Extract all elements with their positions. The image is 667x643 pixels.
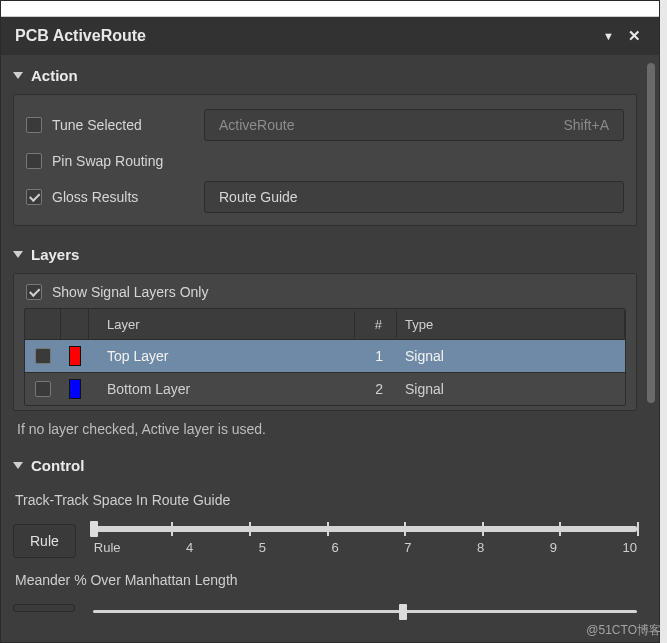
layer-color-swatch[interactable] xyxy=(69,379,81,399)
panel-body: Action Tune Selected ActiveRoute Shift+A xyxy=(1,55,647,642)
section-header-action[interactable]: Action xyxy=(13,61,637,94)
layer-num: 1 xyxy=(355,342,397,370)
panel-dropdown-icon[interactable]: ▼ xyxy=(603,30,614,42)
layers-table-header: Layer # Type xyxy=(25,309,625,339)
section-title-action: Action xyxy=(31,67,78,84)
slider-tick-label: Rule xyxy=(94,540,121,555)
checkbox-gloss-results[interactable] xyxy=(26,189,42,205)
checkbox-tune-selected[interactable] xyxy=(26,117,42,133)
section-header-control[interactable]: Control xyxy=(13,451,637,484)
slider-tick-label: 9 xyxy=(550,540,557,555)
label-pin-swap: Pin Swap Routing xyxy=(52,153,624,169)
activeroute-button[interactable]: ActiveRoute Shift+A xyxy=(204,109,624,141)
slider-tick-label: 5 xyxy=(259,540,266,555)
track-space-slider-track[interactable] xyxy=(94,526,637,532)
table-row[interactable]: Top Layer 1 Signal xyxy=(25,339,625,372)
activeroute-button-label: ActiveRoute xyxy=(219,117,294,133)
layer-num: 2 xyxy=(355,375,397,403)
checkbox-layer-row[interactable] xyxy=(35,381,51,397)
checkbox-pin-swap[interactable] xyxy=(26,153,42,169)
slider-tick-label: 10 xyxy=(622,540,636,555)
pcb-activeroute-panel: PCB ActiveRoute ▼ ✕ Action Tune Selected… xyxy=(0,0,660,643)
checkbox-layer-row[interactable] xyxy=(35,348,51,364)
track-space-slider-labels: Rule 4 5 6 7 8 9 10 xyxy=(94,540,637,555)
track-space-slider-thumb[interactable] xyxy=(90,521,98,537)
route-guide-button[interactable]: Route Guide xyxy=(204,181,624,213)
layers-table: Layer # Type Top Layer 1 Signal xyxy=(24,308,626,406)
section-title-control: Control xyxy=(31,457,84,474)
slider-track-track-space: Rule xyxy=(13,524,637,558)
slider-tick-label: 8 xyxy=(477,540,484,555)
layer-type: Signal xyxy=(397,375,625,403)
layers-note: If no layer checked, Active layer is use… xyxy=(17,421,635,437)
meander-slider-thumb[interactable] xyxy=(399,604,407,620)
scrollbar-thumb[interactable] xyxy=(647,63,655,403)
col-header-layer[interactable]: Layer xyxy=(89,311,355,338)
label-track-track-space: Track-Track Space In Route Guide xyxy=(15,492,637,508)
label-gloss-results: Gloss Results xyxy=(52,189,194,205)
section-title-layers: Layers xyxy=(31,246,79,263)
table-row[interactable]: Bottom Layer 2 Signal xyxy=(25,372,625,405)
slider-tick-label: 4 xyxy=(186,540,193,555)
label-show-signal-only: Show Signal Layers Only xyxy=(52,284,626,300)
panel-titlebar: PCB ActiveRoute ▼ ✕ xyxy=(1,17,659,55)
panel-scrollbar[interactable] xyxy=(647,63,655,634)
track-space-value[interactable]: Rule xyxy=(13,524,76,558)
chevron-down-icon xyxy=(13,72,23,79)
layer-color-swatch[interactable] xyxy=(69,346,81,366)
slider-meander xyxy=(13,604,637,613)
section-header-layers[interactable]: Layers xyxy=(13,240,637,273)
label-meander: Meander % Over Manhattan Length xyxy=(15,572,637,588)
meander-slider-track[interactable] xyxy=(93,610,637,613)
meander-value[interactable] xyxy=(13,604,75,612)
col-header-type[interactable]: Type xyxy=(397,311,625,338)
window-chrome-stub xyxy=(1,1,659,17)
col-header-num[interactable]: # xyxy=(355,311,397,338)
layer-name: Top Layer xyxy=(89,342,355,370)
panel-title: PCB ActiveRoute xyxy=(15,27,146,45)
section-control: Control Track-Track Space In Route Guide… xyxy=(13,451,637,613)
slider-tick-label: 6 xyxy=(332,540,339,555)
section-layers: Layers Show Signal Layers Only Layer # xyxy=(13,240,637,437)
activeroute-shortcut: Shift+A xyxy=(563,117,609,133)
label-tune-selected: Tune Selected xyxy=(52,117,194,133)
chevron-down-icon xyxy=(13,462,23,469)
checkbox-show-signal-only[interactable] xyxy=(26,284,42,300)
layer-name: Bottom Layer xyxy=(89,375,355,403)
layer-type: Signal xyxy=(397,342,625,370)
panel-close-icon[interactable]: ✕ xyxy=(628,27,641,45)
chevron-down-icon xyxy=(13,251,23,258)
slider-tick-label: 7 xyxy=(404,540,411,555)
route-guide-button-label: Route Guide xyxy=(219,189,298,205)
section-action: Action Tune Selected ActiveRoute Shift+A xyxy=(13,61,637,226)
